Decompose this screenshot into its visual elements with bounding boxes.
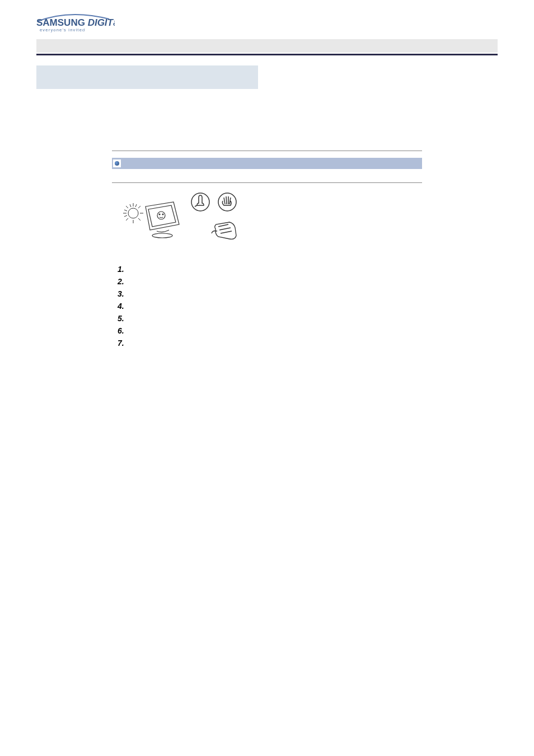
header-area: SAMSUNG DIGITall everyone's invited <box>0 0 534 35</box>
logo-svg: SAMSUNG DIGITall everyone's invited <box>36 11 115 32</box>
finger-press-icon <box>191 193 209 211</box>
rule-line <box>36 54 498 55</box>
svg-line-7 <box>138 218 140 220</box>
monitor-icon <box>146 202 179 238</box>
gray-bar <box>36 39 498 53</box>
svg-line-11 <box>135 204 137 207</box>
list-item: 2. <box>118 277 422 286</box>
sun-icon <box>123 203 143 223</box>
list-item: 4. <box>118 302 422 311</box>
svg-line-12 <box>124 210 127 211</box>
list-num: 5. <box>118 314 131 323</box>
bullet-box <box>113 159 121 167</box>
svg-point-15 <box>157 212 165 219</box>
list-item: 5. <box>118 314 422 323</box>
section-header <box>112 151 422 169</box>
illustration-svg <box>118 190 246 251</box>
list-num: 1. <box>118 265 131 274</box>
band-left <box>36 65 258 89</box>
svg-line-10 <box>130 204 131 207</box>
logo: SAMSUNG DIGITall everyone's invited <box>36 11 534 35</box>
logo-brand: SAMSUNG <box>36 17 88 28</box>
divider <box>112 182 422 183</box>
svg-point-19 <box>218 193 236 211</box>
hand-icon <box>218 193 236 211</box>
svg-line-8 <box>126 218 128 220</box>
svg-point-18 <box>191 193 209 211</box>
list-item: 7. <box>118 339 422 348</box>
cleaning-hand-icon <box>212 222 236 239</box>
list-item: 3. <box>118 289 422 298</box>
list-num: 6. <box>118 326 131 335</box>
list-item: 6. <box>118 326 422 335</box>
main-content: 1. 2. 3. 4. 5. 6. 7. <box>112 151 422 348</box>
band-right <box>258 65 498 89</box>
svg-text:SAMSUNG DIGITall: SAMSUNG DIGITall <box>36 17 115 28</box>
list-item: 1. <box>118 265 422 274</box>
svg-point-16 <box>159 214 160 215</box>
list-num: 2. <box>118 277 131 286</box>
svg-point-1 <box>128 208 138 218</box>
svg-point-17 <box>162 214 163 215</box>
list-area: 1. 2. 3. 4. 5. 6. 7. <box>118 265 422 348</box>
list-num: 7. <box>118 339 131 348</box>
logo-digit: DIGIT <box>88 17 114 28</box>
svg-point-14 <box>152 233 172 238</box>
bullet-dot-icon <box>115 161 119 166</box>
svg-line-13 <box>124 215 127 217</box>
logo-all: all <box>113 17 115 28</box>
logo-tagline: everyone's invited <box>40 27 85 32</box>
svg-line-9 <box>138 206 140 208</box>
content-band <box>36 65 498 89</box>
list-num: 3. <box>118 289 131 298</box>
list-num: 4. <box>118 302 131 311</box>
section-bar <box>112 158 422 169</box>
svg-line-6 <box>126 206 128 208</box>
illustration <box>118 190 422 253</box>
